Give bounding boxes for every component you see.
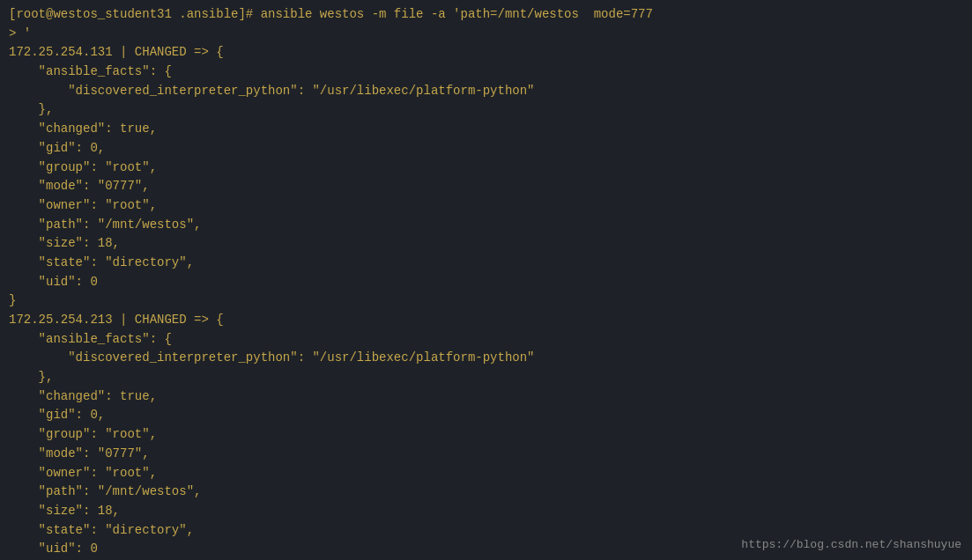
continuation-line: > ': [9, 25, 963, 44]
host2-ansible-facts-line: "ansible_facts": {: [9, 330, 963, 350]
host2-size-line: "size": 18,: [9, 502, 963, 521]
host1-interpreter-line: "discovered_interpreter_python": "/usr/l…: [9, 82, 963, 101]
host2-header-line: 172.25.254.213 | CHANGED => {: [9, 311, 963, 330]
host2-path-line: "path": "/mnt/westos",: [9, 483, 963, 502]
host2-group-line: "group": "root",: [9, 425, 963, 445]
host2-state-line: "state": "directory",: [9, 521, 963, 541]
host1-state-line: "state": "directory",: [9, 254, 963, 273]
host1-size-line: "size": 18,: [9, 234, 963, 254]
host2-interpreter-line: "discovered_interpreter_python": "/usr/l…: [9, 349, 963, 368]
host1-ansible-facts-line: "ansible_facts": {: [9, 63, 963, 82]
host2-gid-line: "gid": 0,: [9, 406, 963, 425]
host1-path-line: "path": "/mnt/westos",: [9, 216, 963, 235]
host1-close-line: }: [9, 291, 963, 311]
host1-group-line: "group": "root",: [9, 158, 963, 178]
watermark-text: https://blog.csdn.net/shanshuyue: [741, 538, 961, 551]
command-line: [root@westos_student31 .ansible]# ansibl…: [9, 5, 963, 25]
host1-gid-line: "gid": 0,: [9, 139, 963, 158]
host1-header-line: 172.25.254.131 | CHANGED => {: [9, 43, 963, 63]
host2-facts-close-line: },: [9, 368, 963, 387]
terminal-window: [root@westos_student31 .ansible]# ansibl…: [0, 0, 972, 560]
host1-owner-line: "owner": "root",: [9, 196, 963, 216]
host2-mode-line: "mode": "0777",: [9, 445, 963, 464]
host2-owner-line: "owner": "root",: [9, 464, 963, 483]
host1-mode-line: "mode": "0777",: [9, 177, 963, 196]
host1-uid-line: "uid": 0: [9, 273, 963, 292]
host1-changed-line: "changed": true,: [9, 120, 963, 139]
host1-facts-close-line: },: [9, 100, 963, 120]
host2-changed-line: "changed": true,: [9, 387, 963, 407]
